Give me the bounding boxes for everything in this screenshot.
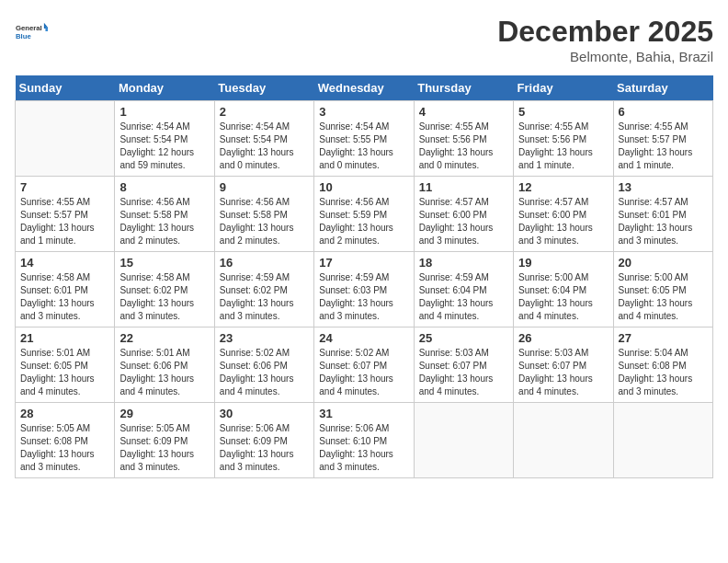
month-title: December 2025 [497,15,713,49]
day-number: 6 [619,105,708,119]
calendar-cell: 4Sunrise: 4:55 AM Sunset: 5:56 PM Daylig… [414,101,513,177]
col-header-sunday: Sunday [16,75,115,101]
day-number: 10 [319,180,408,194]
day-info: Sunrise: 5:01 AM Sunset: 6:05 PM Dayligh… [20,347,109,398]
day-info: Sunrise: 4:59 AM Sunset: 6:03 PM Dayligh… [319,271,408,323]
calendar-cell: 30Sunrise: 5:06 AM Sunset: 6:09 PM Dayli… [214,403,313,478]
day-info: Sunrise: 5:04 AM Sunset: 6:08 PM Dayligh… [619,347,708,398]
calendar-cell: 23Sunrise: 5:02 AM Sunset: 6:06 PM Dayli… [214,327,313,403]
day-info: Sunrise: 4:57 AM Sunset: 6:00 PM Dayligh… [419,196,508,247]
svg-text:Blue: Blue [16,32,31,40]
day-info: Sunrise: 4:56 AM Sunset: 5:59 PM Dayligh… [319,196,408,247]
day-info: Sunrise: 4:55 AM Sunset: 5:56 PM Dayligh… [518,121,608,172]
calendar-cell: 29Sunrise: 5:05 AM Sunset: 6:09 PM Dayli… [115,403,214,478]
day-number: 9 [220,180,309,194]
day-info: Sunrise: 5:02 AM Sunset: 6:07 PM Dayligh… [319,347,408,398]
week-row-4: 21Sunrise: 5:01 AM Sunset: 6:05 PM Dayli… [16,327,713,403]
title-block: December 2025 Belmonte, Bahia, Brazil [497,15,713,64]
day-info: Sunrise: 4:54 AM Sunset: 5:54 PM Dayligh… [119,121,209,172]
calendar-cell: 19Sunrise: 5:00 AM Sunset: 6:04 PM Dayli… [514,252,613,327]
day-number: 19 [518,256,608,270]
header-row: SundayMondayTuesdayWednesdayThursdayFrid… [16,75,713,101]
day-number: 25 [419,331,508,345]
calendar-cell: 24Sunrise: 5:02 AM Sunset: 6:07 PM Dayli… [314,327,414,403]
day-number: 16 [220,256,309,270]
day-number: 8 [119,180,209,194]
calendar-cell: 27Sunrise: 5:04 AM Sunset: 6:08 PM Dayli… [613,327,712,403]
day-info: Sunrise: 5:06 AM Sunset: 6:10 PM Dayligh… [319,422,408,474]
calendar-cell: 1Sunrise: 4:54 AM Sunset: 5:54 PM Daylig… [115,101,214,177]
calendar-cell: 3Sunrise: 4:54 AM Sunset: 5:55 PM Daylig… [314,101,414,177]
day-number: 30 [220,407,309,420]
page-header: General Blue December 2025 Belmonte, Bah… [15,15,713,64]
day-number: 29 [119,407,209,420]
day-number: 28 [20,407,109,420]
col-header-saturday: Saturday [613,75,712,101]
calendar-cell: 16Sunrise: 4:59 AM Sunset: 6:02 PM Dayli… [214,252,313,327]
col-header-monday: Monday [115,75,214,101]
day-number: 5 [518,105,608,119]
calendar-cell: 26Sunrise: 5:03 AM Sunset: 6:07 PM Dayli… [514,327,613,403]
week-row-3: 14Sunrise: 4:58 AM Sunset: 6:01 PM Dayli… [16,252,713,327]
day-info: Sunrise: 5:00 AM Sunset: 6:04 PM Dayligh… [518,271,608,323]
day-info: Sunrise: 4:59 AM Sunset: 6:02 PM Dayligh… [220,271,309,323]
week-row-2: 7Sunrise: 4:55 AM Sunset: 5:57 PM Daylig… [16,177,713,252]
week-row-1: 1Sunrise: 4:54 AM Sunset: 5:54 PM Daylig… [16,101,713,177]
day-number: 21 [20,331,109,345]
week-row-5: 28Sunrise: 5:05 AM Sunset: 6:08 PM Dayli… [16,403,713,478]
day-info: Sunrise: 4:55 AM Sunset: 5:56 PM Dayligh… [419,121,508,172]
day-info: Sunrise: 4:55 AM Sunset: 5:57 PM Dayligh… [20,196,109,247]
calendar-cell: 21Sunrise: 5:01 AM Sunset: 6:05 PM Dayli… [16,327,115,403]
col-header-friday: Friday [514,75,613,101]
day-info: Sunrise: 5:01 AM Sunset: 6:06 PM Dayligh… [119,347,209,398]
calendar-cell: 6Sunrise: 4:55 AM Sunset: 5:57 PM Daylig… [613,101,712,177]
day-info: Sunrise: 5:00 AM Sunset: 6:05 PM Dayligh… [619,271,708,323]
day-number: 13 [619,180,708,194]
day-number: 22 [119,331,209,345]
calendar-cell: 5Sunrise: 4:55 AM Sunset: 5:56 PM Daylig… [514,101,613,177]
calendar-cell: 28Sunrise: 5:05 AM Sunset: 6:08 PM Dayli… [16,403,115,478]
day-info: Sunrise: 5:06 AM Sunset: 6:09 PM Dayligh… [220,422,309,474]
calendar-cell [16,101,115,177]
day-number: 15 [119,256,209,270]
day-info: Sunrise: 4:59 AM Sunset: 6:04 PM Dayligh… [419,271,508,323]
day-info: Sunrise: 4:56 AM Sunset: 5:58 PM Dayligh… [119,196,209,247]
day-number: 24 [319,331,408,345]
day-number: 12 [518,180,608,194]
day-number: 7 [20,180,109,194]
day-number: 27 [619,331,708,345]
day-info: Sunrise: 4:57 AM Sunset: 6:01 PM Dayligh… [619,196,708,247]
day-info: Sunrise: 4:55 AM Sunset: 5:57 PM Dayligh… [619,121,708,172]
day-number: 11 [419,180,508,194]
day-number: 31 [319,407,408,420]
calendar-cell: 2Sunrise: 4:54 AM Sunset: 5:54 PM Daylig… [214,101,313,177]
logo: General Blue [15,15,48,48]
day-number: 4 [419,105,508,119]
day-info: Sunrise: 4:54 AM Sunset: 5:54 PM Dayligh… [220,121,309,172]
day-info: Sunrise: 5:05 AM Sunset: 6:09 PM Dayligh… [119,422,209,474]
calendar-cell: 31Sunrise: 5:06 AM Sunset: 6:10 PM Dayli… [314,403,414,478]
day-info: Sunrise: 4:54 AM Sunset: 5:55 PM Dayligh… [319,121,408,172]
calendar-table: SundayMondayTuesdayWednesdayThursdayFrid… [15,75,713,478]
calendar-cell: 20Sunrise: 5:00 AM Sunset: 6:05 PM Dayli… [613,252,712,327]
col-header-wednesday: Wednesday [314,75,414,101]
calendar-cell [414,403,513,478]
day-info: Sunrise: 4:57 AM Sunset: 6:00 PM Dayligh… [518,196,608,247]
calendar-cell: 22Sunrise: 5:01 AM Sunset: 6:06 PM Dayli… [115,327,214,403]
calendar-cell: 12Sunrise: 4:57 AM Sunset: 6:00 PM Dayli… [514,177,613,252]
calendar-cell [613,403,712,478]
day-number: 2 [220,105,309,119]
day-number: 23 [220,331,309,345]
col-header-thursday: Thursday [414,75,513,101]
day-info: Sunrise: 5:02 AM Sunset: 6:06 PM Dayligh… [220,347,309,398]
calendar-cell: 13Sunrise: 4:57 AM Sunset: 6:01 PM Dayli… [613,177,712,252]
col-header-tuesday: Tuesday [214,75,313,101]
day-number: 3 [319,105,408,119]
calendar-cell: 9Sunrise: 4:56 AM Sunset: 5:58 PM Daylig… [214,177,313,252]
calendar-cell: 17Sunrise: 4:59 AM Sunset: 6:03 PM Dayli… [314,252,414,327]
day-info: Sunrise: 4:58 AM Sunset: 6:02 PM Dayligh… [119,271,209,323]
day-info: Sunrise: 4:56 AM Sunset: 5:58 PM Dayligh… [220,196,309,247]
calendar-cell: 18Sunrise: 4:59 AM Sunset: 6:04 PM Dayli… [414,252,513,327]
day-info: Sunrise: 5:05 AM Sunset: 6:08 PM Dayligh… [20,422,109,474]
day-info: Sunrise: 5:03 AM Sunset: 6:07 PM Dayligh… [518,347,608,398]
